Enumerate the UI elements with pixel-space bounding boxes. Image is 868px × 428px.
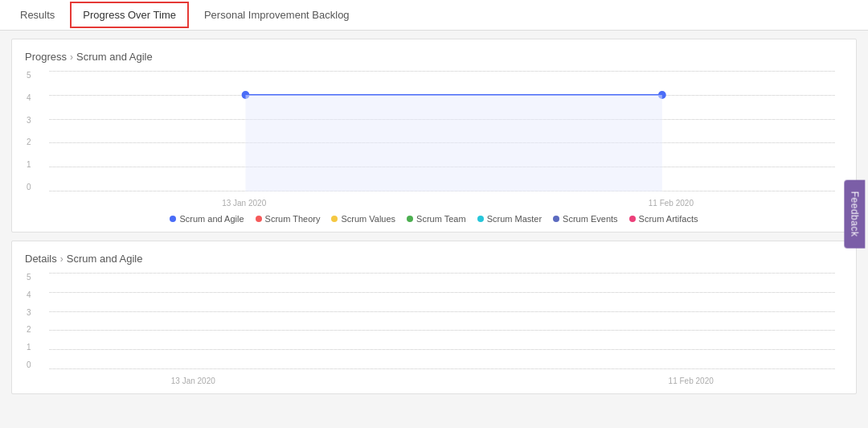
legend-item-scrum-artifacts: Scrum Artifacts bbox=[629, 214, 698, 224]
legend-item-scrum-values: Scrum Values bbox=[331, 214, 395, 224]
chart-legend: Scrum and Agile Scrum Theory Scrum Value… bbox=[25, 214, 843, 224]
legend-item-scrum-agile: Scrum and Agile bbox=[170, 214, 244, 224]
main-content: Progress › Scrum and Agile 0 1 2 3 4 5 bbox=[0, 31, 868, 402]
details-chevron-icon: › bbox=[60, 253, 63, 265]
legend-dot-scrum-values bbox=[331, 216, 338, 222]
progress-title-prefix: Progress bbox=[25, 51, 67, 63]
y-axis: 0 1 2 3 4 5 bbox=[27, 71, 31, 191]
details-bar-chart: 0 1 2 3 4 5 bbox=[49, 273, 835, 385]
tabs-bar: Results Progress Over Time Personal Impr… bbox=[0, 0, 868, 31]
legend-item-scrum-theory: Scrum Theory bbox=[256, 214, 321, 224]
progress-card: Progress › Scrum and Agile 0 1 2 3 4 5 bbox=[11, 39, 857, 233]
details-title-prefix: Details bbox=[25, 253, 57, 265]
svg-marker-3 bbox=[246, 95, 662, 191]
legend-dot-scrum-artifacts bbox=[629, 216, 636, 222]
x-labels-details: 13 Jan 2020 11 Feb 2020 bbox=[49, 377, 835, 385]
chevron-icon: › bbox=[70, 51, 73, 63]
legend-dot-scrum-theory bbox=[256, 216, 262, 222]
legend-dot-scrum-team bbox=[407, 216, 413, 222]
feedback-tab[interactable]: Feedback bbox=[845, 180, 866, 249]
legend-item-scrum-team: Scrum Team bbox=[407, 214, 466, 224]
progress-card-title: Progress › Scrum and Agile bbox=[25, 51, 843, 63]
legend-item-scrum-master: Scrum Master bbox=[477, 214, 542, 224]
legend-dot-scrum-events bbox=[553, 216, 559, 222]
x-labels-progress: 13 Jan 2020 11 Feb 2020 bbox=[49, 199, 835, 208]
legend-dot-scrum-agile bbox=[170, 216, 176, 222]
details-y-axis: 0 1 2 3 4 5 bbox=[27, 273, 31, 369]
details-title-subject: Scrum and Agile bbox=[67, 253, 143, 265]
tab-progress-over-time[interactable]: Progress Over Time bbox=[70, 2, 189, 28]
details-card-title: Details › Scrum and Agile bbox=[25, 253, 843, 265]
legend-item-scrum-events: Scrum Events bbox=[553, 214, 617, 224]
line-chart-svg bbox=[49, 71, 835, 191]
legend-dot-scrum-master bbox=[477, 216, 484, 222]
tab-results[interactable]: Results bbox=[8, 2, 67, 27]
details-card: Details › Scrum and Agile 0 1 2 3 4 5 bbox=[11, 241, 857, 394]
tab-personal-improvement[interactable]: Personal Improvement Backlog bbox=[192, 2, 362, 27]
bars-container bbox=[49, 273, 835, 369]
progress-line-chart: 0 1 2 3 4 5 bbox=[49, 71, 835, 208]
progress-title-subject: Scrum and Agile bbox=[76, 51, 153, 63]
